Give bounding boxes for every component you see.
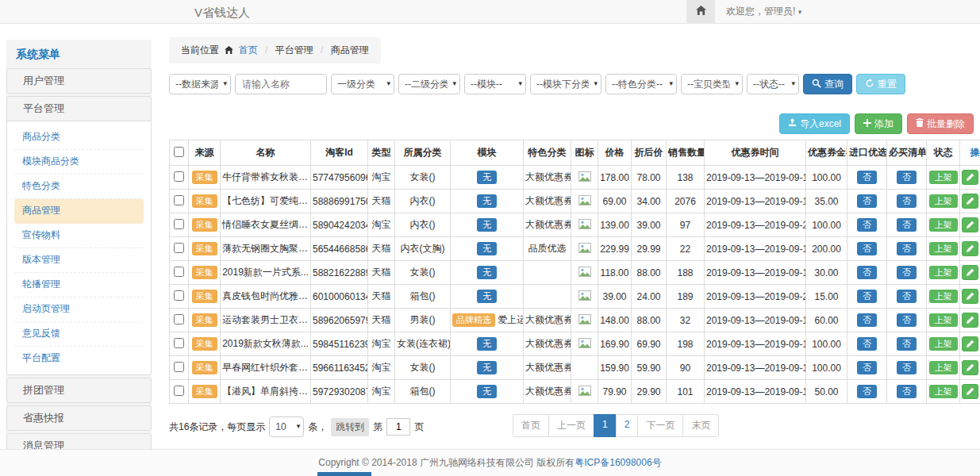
import-select-toggle[interactable]: 否 bbox=[857, 194, 877, 208]
product-image-icon[interactable] bbox=[578, 340, 591, 351]
must-buy-toggle[interactable]: 否 bbox=[897, 218, 917, 232]
pager-button[interactable]: 2 bbox=[616, 414, 639, 437]
import-select-toggle[interactable]: 否 bbox=[857, 171, 877, 184]
status-button[interactable]: 上架 bbox=[929, 385, 958, 398]
product-image-icon[interactable] bbox=[578, 197, 591, 208]
page-number-input[interactable] bbox=[386, 418, 410, 436]
must-buy-toggle[interactable]: 否 bbox=[897, 171, 917, 184]
edit-button[interactable] bbox=[962, 241, 978, 256]
sidebar-item[interactable]: 轮播管理 bbox=[14, 273, 144, 298]
status-button[interactable]: 上架 bbox=[929, 242, 958, 255]
icp-link[interactable]: 粤ICP备16098006号 bbox=[575, 456, 661, 470]
sidebar-item[interactable]: 商品分类 bbox=[14, 125, 144, 150]
must-buy-toggle[interactable]: 否 bbox=[897, 194, 917, 208]
edit-button[interactable] bbox=[962, 217, 978, 232]
must-buy-toggle[interactable]: 否 bbox=[897, 290, 917, 303]
sidebar-item[interactable]: 特色分类 bbox=[14, 175, 144, 199]
edit-button[interactable] bbox=[962, 170, 978, 185]
edit-button[interactable] bbox=[962, 289, 978, 304]
row-checkbox[interactable] bbox=[174, 338, 184, 348]
breadcrumb-home-link[interactable]: 首页 bbox=[239, 44, 258, 56]
row-checkbox[interactable] bbox=[174, 386, 184, 396]
edit-button[interactable] bbox=[962, 313, 978, 328]
reset-button[interactable]: 重置 bbox=[856, 74, 905, 94]
sidebar-item[interactable]: 启动页管理 bbox=[14, 298, 144, 322]
row-checkbox[interactable] bbox=[174, 171, 184, 182]
product-image-icon[interactable] bbox=[578, 244, 591, 255]
level1-category-select[interactable]: 一级分类 bbox=[331, 74, 394, 94]
pager-button[interactable]: 首页 bbox=[513, 414, 549, 437]
sidebar-item[interactable]: 商品管理 bbox=[14, 199, 144, 224]
feature-category-select[interactable]: --特色分类-- bbox=[605, 74, 677, 94]
product-image-icon[interactable] bbox=[578, 292, 591, 303]
row-checkbox[interactable] bbox=[174, 290, 184, 301]
module-sub-category-select[interactable]: --模块下分类-- bbox=[530, 74, 601, 94]
name-search-input[interactable] bbox=[235, 74, 327, 94]
sidebar-item[interactable]: 宣传物料 bbox=[14, 224, 144, 248]
import-excel-button[interactable]: 导入excel bbox=[779, 113, 850, 134]
must-buy-toggle[interactable]: 否 bbox=[897, 266, 917, 279]
jump-to-button[interactable]: 跳转到 bbox=[331, 418, 369, 436]
import-select-toggle[interactable]: 否 bbox=[857, 337, 877, 351]
product-image-icon[interactable] bbox=[578, 268, 591, 279]
must-buy-toggle[interactable]: 否 bbox=[897, 361, 917, 374]
sidebar-item[interactable]: 版本管理 bbox=[14, 248, 144, 273]
import-select-toggle[interactable]: 否 bbox=[857, 385, 877, 398]
batch-delete-button[interactable]: 批量删除 bbox=[907, 113, 974, 134]
sidebar-group-toggle[interactable]: 拼团管理 bbox=[7, 378, 151, 402]
product-image-icon[interactable] bbox=[578, 221, 591, 232]
data-source-select[interactable]: --数据来源-- bbox=[169, 74, 231, 94]
import-select-toggle[interactable]: 否 bbox=[857, 218, 877, 232]
search-button[interactable]: 查询 bbox=[803, 74, 852, 94]
row-checkbox[interactable] bbox=[174, 267, 184, 277]
import-select-toggle[interactable]: 否 bbox=[857, 266, 877, 279]
user-menu[interactable]: 欢迎您，管理员! ▾ bbox=[726, 5, 801, 18]
row-checkbox[interactable] bbox=[174, 243, 184, 253]
home-button[interactable] bbox=[686, 0, 715, 23]
status-select[interactable]: --状态-- bbox=[747, 74, 799, 94]
status-button[interactable]: 上架 bbox=[929, 171, 958, 184]
must-buy-toggle[interactable]: 否 bbox=[897, 242, 917, 255]
item-type-select[interactable]: --宝贝类型-- bbox=[681, 74, 743, 94]
status-button[interactable]: 上架 bbox=[929, 361, 958, 374]
edit-button[interactable] bbox=[962, 360, 978, 375]
status-button[interactable]: 上架 bbox=[929, 290, 958, 303]
pager-button[interactable]: 下一页 bbox=[637, 414, 683, 437]
row-checkbox[interactable] bbox=[174, 362, 184, 372]
must-buy-toggle[interactable]: 否 bbox=[897, 337, 917, 351]
edit-button[interactable] bbox=[962, 336, 978, 351]
status-button[interactable]: 上架 bbox=[929, 266, 958, 279]
status-button[interactable]: 上架 bbox=[929, 313, 958, 327]
pager-button[interactable]: 末页 bbox=[682, 414, 719, 437]
status-button[interactable]: 上架 bbox=[929, 218, 958, 232]
import-select-toggle[interactable]: 否 bbox=[857, 242, 877, 255]
product-image-icon[interactable] bbox=[578, 173, 591, 184]
product-image-icon[interactable] bbox=[578, 387, 591, 398]
status-button[interactable]: 上架 bbox=[929, 194, 958, 208]
scrollbar-thumb[interactable] bbox=[317, 472, 371, 476]
edit-button[interactable] bbox=[962, 194, 978, 209]
import-select-toggle[interactable]: 否 bbox=[857, 313, 877, 327]
per-page-select[interactable]: 10 bbox=[269, 416, 304, 437]
pager-button[interactable]: 上一页 bbox=[548, 414, 594, 437]
level2-category-select[interactable]: --二级分类-- bbox=[398, 74, 460, 94]
row-checkbox[interactable] bbox=[174, 219, 184, 229]
add-button[interactable]: 添加 bbox=[855, 113, 902, 134]
sidebar-group-toggle[interactable]: 用户管理 bbox=[7, 69, 151, 93]
sidebar-item[interactable]: 意见反馈 bbox=[14, 322, 144, 347]
import-select-toggle[interactable]: 否 bbox=[857, 290, 877, 303]
product-image-icon[interactable] bbox=[578, 316, 591, 327]
select-all-checkbox[interactable] bbox=[174, 147, 184, 157]
sidebar-group-toggle[interactable]: 平台管理 bbox=[7, 97, 151, 121]
must-buy-toggle[interactable]: 否 bbox=[897, 313, 917, 327]
sidebar-item[interactable]: 模块商品分类 bbox=[14, 150, 144, 175]
status-button[interactable]: 上架 bbox=[929, 337, 958, 351]
must-buy-toggle[interactable]: 否 bbox=[897, 385, 917, 398]
edit-button[interactable] bbox=[962, 384, 978, 399]
sidebar-group-toggle[interactable]: 省惠快报 bbox=[7, 406, 151, 430]
sidebar-item[interactable]: 平台配置 bbox=[14, 347, 144, 370]
row-checkbox[interactable] bbox=[174, 314, 184, 324]
pager-button[interactable]: 1 bbox=[594, 414, 617, 437]
import-select-toggle[interactable]: 否 bbox=[857, 361, 877, 374]
row-checkbox[interactable] bbox=[174, 195, 184, 205]
